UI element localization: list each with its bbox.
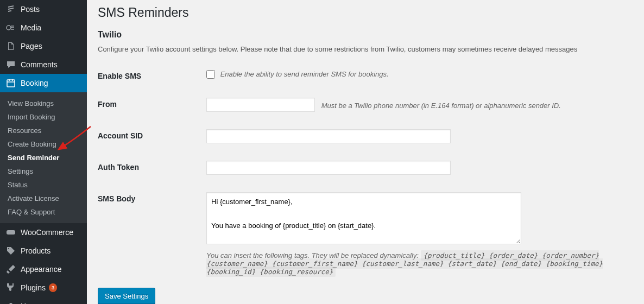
sms-body-label: SMS Body bbox=[98, 192, 206, 203]
from-desc: Must be a Twilio phone number (in E.164 … bbox=[321, 102, 561, 110]
sidebar-sub-activate-license[interactable]: Activate License bbox=[0, 192, 87, 205]
pages-icon bbox=[5, 41, 16, 52]
sidebar-item-label: Plugins bbox=[21, 283, 46, 293]
svg-rect-2 bbox=[7, 230, 15, 235]
sms-body-tags-help: You can insert the following tags. They … bbox=[206, 251, 633, 276]
sidebar-item-label: Pages bbox=[21, 41, 42, 51]
sidebar-item-users[interactable]: Users bbox=[0, 297, 87, 304]
sidebar-sub-resources[interactable]: Resources bbox=[0, 124, 87, 137]
sidebar-item-posts[interactable]: Posts bbox=[0, 0, 87, 18]
sidebar-item-products[interactable]: Products bbox=[0, 242, 87, 260]
sidebar-item-booking[interactable]: Booking bbox=[0, 74, 87, 92]
sidebar-sub-import-booking[interactable]: Import Booking bbox=[0, 110, 87, 124]
sidebar-sub-settings[interactable]: Settings bbox=[0, 164, 87, 178]
update-badge: 3 bbox=[49, 283, 57, 292]
plug-icon bbox=[5, 282, 16, 293]
sidebar-item-label: WooCommerce bbox=[21, 227, 73, 237]
sidebar-item-media[interactable]: Media bbox=[0, 18, 87, 37]
pin-icon bbox=[5, 4, 16, 15]
sidebar-item-label: Booking bbox=[21, 78, 48, 88]
main-content: SMS Reminders Twilio Configure your Twil… bbox=[87, 0, 644, 304]
sidebar-submenu: View Bookings Import Booking Resources C… bbox=[0, 92, 87, 223]
sidebar-item-label: Comments bbox=[21, 60, 58, 69]
sidebar-item-pages[interactable]: Pages bbox=[0, 37, 87, 55]
page-title: SMS Reminders bbox=[98, 5, 633, 20]
sidebar-item-label: Posts bbox=[21, 4, 40, 14]
sidebar-item-woocommerce[interactable]: WooCommerce bbox=[0, 223, 87, 242]
account-sid-label: Account SID bbox=[98, 129, 206, 140]
sidebar-item-comments[interactable]: Comments bbox=[0, 55, 87, 74]
sidebar-item-label: Users bbox=[21, 301, 41, 304]
enable-sms-checkbox[interactable] bbox=[206, 70, 215, 79]
sidebar-sub-view-bookings[interactable]: View Bookings bbox=[0, 97, 87, 110]
sidebar-item-plugins[interactable]: Plugins 3 bbox=[0, 278, 87, 297]
save-settings-button[interactable]: Save Settings bbox=[98, 288, 155, 304]
auth-token-input[interactable] bbox=[206, 161, 451, 175]
section-title: Twilio bbox=[98, 30, 633, 40]
sidebar-sub-faq-support[interactable]: FAQ & Support bbox=[0, 205, 87, 219]
sidebar-sub-send-reminder[interactable]: Send Reminder bbox=[0, 151, 87, 164]
sidebar-item-label: Products bbox=[21, 246, 50, 256]
users-icon bbox=[5, 301, 16, 304]
enable-sms-desc: Enable the ability to send reminder SMS … bbox=[220, 70, 389, 78]
auth-token-label: Auth Token bbox=[98, 161, 206, 172]
sidebar-item-appearance[interactable]: Appearance bbox=[0, 260, 87, 278]
sidebar-sub-create-booking[interactable]: Create Booking bbox=[0, 137, 87, 151]
sidebar-item-label: Appearance bbox=[21, 264, 62, 274]
tag-icon bbox=[5, 245, 16, 256]
svg-point-0 bbox=[7, 26, 11, 30]
from-label: From bbox=[98, 98, 206, 109]
admin-sidebar: Posts Media Pages Comments Booking View … bbox=[0, 0, 87, 304]
media-icon bbox=[5, 22, 16, 33]
sidebar-sub-status[interactable]: Status bbox=[0, 178, 87, 192]
account-sid-input[interactable] bbox=[206, 129, 451, 143]
sidebar-item-label: Media bbox=[21, 23, 41, 33]
from-input[interactable] bbox=[206, 98, 315, 112]
svg-rect-1 bbox=[7, 80, 15, 87]
sms-body-textarea[interactable] bbox=[206, 192, 521, 244]
section-description: Configure your Twilio account settings b… bbox=[98, 45, 633, 53]
enable-sms-label: Enable SMS bbox=[98, 69, 206, 80]
brush-icon bbox=[5, 264, 16, 275]
calendar-icon bbox=[5, 78, 16, 88]
comments-icon bbox=[5, 59, 16, 70]
woo-icon bbox=[5, 227, 16, 238]
